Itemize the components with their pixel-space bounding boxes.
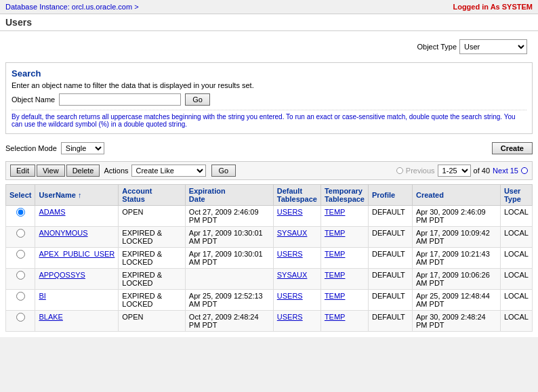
temp-tablespace-link[interactable]: TEMP [325, 250, 346, 258]
prev-circle-icon [396, 167, 403, 174]
search-title: Search [12, 68, 526, 79]
select-radio[interactable] [16, 208, 25, 217]
username-link[interactable]: BI [39, 292, 45, 300]
object-type-row: Object Type User Role Profile [5, 37, 533, 57]
search-hint: By default, the search returns all upper… [12, 110, 526, 128]
next-link[interactable]: Next 15 [493, 167, 518, 175]
object-name-input[interactable] [59, 93, 181, 106]
search-description: Enter an object name to filter the data … [12, 81, 526, 89]
temp-tablespace-link[interactable]: TEMP [325, 229, 346, 237]
page-title: Users [0, 14, 538, 31]
temp-tablespace-link[interactable]: TEMP [325, 313, 346, 321]
username-link[interactable]: APPQOSSYS [39, 271, 85, 279]
db-instance[interactable]: Database Instance: orcl.us.oracle.com > [5, 3, 139, 11]
username-link[interactable]: ANONYMOUS [39, 229, 87, 237]
object-type-select[interactable]: User Role Profile [459, 39, 527, 54]
db-instance-link[interactable]: Database Instance: orcl.us.oracle.com [5, 3, 132, 11]
search-go-button[interactable]: Go [185, 93, 210, 106]
select-cell [6, 290, 35, 311]
object-name-label: Object Name [12, 95, 55, 104]
temp-tablespace-cell: TEMP [320, 290, 368, 311]
default-tablespace-link[interactable]: SYSAUX [277, 229, 308, 237]
previous-label: Previous [406, 167, 435, 175]
expiration-date-cell [185, 269, 273, 290]
table-row: BIEXPIRED & LOCKEDApr 25, 2009 12:52:13 … [6, 290, 533, 311]
select-radio[interactable] [16, 313, 25, 322]
page-range-select[interactable]: 1-25 [438, 165, 471, 177]
selection-mode-label: Selection Mode [5, 144, 57, 152]
profile-cell: DEFAULT [368, 269, 412, 290]
temp-tablespace-cell: TEMP [320, 206, 368, 227]
select-cell [6, 311, 35, 332]
view-button[interactable]: View [37, 165, 65, 177]
actions-dropdown[interactable]: Create Like [131, 165, 206, 177]
actions-go-button[interactable]: Go [211, 165, 236, 177]
delete-button[interactable]: Delete [66, 165, 100, 177]
toolbar-row: Selection Mode Single Multiple Create [5, 139, 533, 157]
select-cell [6, 269, 35, 290]
temp-tablespace-link[interactable]: TEMP [325, 292, 346, 300]
temp-tablespace-cell: TEMP [320, 227, 368, 248]
username-cell: ANONYMOUS [35, 227, 119, 248]
users-table: Select UserName ↑ AccountStatus Expirati… [5, 184, 533, 332]
table-row: ANONYMOUSEXPIRED & LOCKEDApr 17, 2009 10… [6, 227, 533, 248]
user-type-cell: LOCAL [500, 206, 532, 227]
default-tablespace-link[interactable]: SYSAUX [277, 271, 308, 279]
col-header-default-tablespace[interactable]: DefaultTablespace [273, 185, 320, 206]
expiration-date-cell: Apr 25, 2009 12:52:13 AM PDT [185, 290, 273, 311]
col-header-expiration-date[interactable]: ExpirationDate [185, 185, 273, 206]
default-tablespace-link[interactable]: USERS [277, 313, 303, 321]
col-header-account-status[interactable]: AccountStatus [119, 185, 186, 206]
col-header-created[interactable]: Created [412, 185, 500, 206]
expiration-date-cell: Apr 17, 2009 10:30:01 AM PDT [185, 227, 273, 248]
account-status-cell: EXPIRED & LOCKED [119, 269, 186, 290]
edit-button[interactable]: Edit [10, 165, 35, 177]
temp-tablespace-cell: TEMP [320, 248, 368, 269]
select-cell [6, 248, 35, 269]
username-link[interactable]: ADAMS [39, 208, 65, 216]
username-link[interactable]: BLAKE [39, 313, 62, 321]
table-row: APPQOSSYSEXPIRED & LOCKEDSYSAUXTEMPDEFAU… [6, 269, 533, 290]
expiration-date-cell: Oct 27, 2009 2:48:24 PM PDT [185, 311, 273, 332]
table-row: APEX_PUBLIC_USEREXPIRED & LOCKEDApr 17, … [6, 248, 533, 269]
username-cell: BI [35, 290, 119, 311]
main-content: Object Type User Role Profile Search Ent… [0, 31, 538, 337]
actions-label: Actions [104, 167, 128, 175]
temp-tablespace-link[interactable]: TEMP [325, 208, 346, 216]
of-text: of 40 [474, 167, 490, 175]
col-header-select: Select [6, 185, 35, 206]
search-section: Search Enter an object name to filter th… [5, 62, 533, 134]
default-tablespace-cell: SYSAUX [273, 269, 320, 290]
default-tablespace-cell: USERS [273, 248, 320, 269]
select-radio[interactable] [16, 229, 25, 238]
pagination: Previous 1-25 of 40 Next 15 [396, 165, 528, 177]
select-cell [6, 227, 35, 248]
select-radio[interactable] [16, 250, 25, 259]
default-tablespace-cell: SYSAUX [273, 227, 320, 248]
col-header-username[interactable]: UserName ↑ [35, 185, 119, 206]
username-link[interactable]: APEX_PUBLIC_USER [39, 250, 115, 258]
account-status-cell: OPEN [119, 311, 186, 332]
create-button[interactable]: Create [492, 142, 533, 154]
default-tablespace-link[interactable]: USERS [277, 292, 303, 300]
next-circle-icon[interactable] [521, 167, 528, 174]
created-cell: Apr 17, 2009 10:09:42 AM PDT [412, 227, 500, 248]
username-cell: APEX_PUBLIC_USER [35, 248, 119, 269]
object-type-label: Object Type [417, 39, 457, 54]
col-header-user-type[interactable]: UserType [500, 185, 532, 206]
default-tablespace-link[interactable]: USERS [277, 250, 303, 258]
col-header-temp-tablespace[interactable]: TemporaryTablespace [320, 185, 368, 206]
account-status-cell: OPEN [119, 206, 186, 227]
select-radio[interactable] [16, 271, 25, 280]
selection-mode-row: Selection Mode Single Multiple [5, 142, 104, 154]
username-cell: BLAKE [35, 311, 119, 332]
temp-tablespace-link[interactable]: TEMP [325, 271, 346, 279]
select-radio[interactable] [16, 292, 25, 301]
created-cell: Apr 30, 2009 2:48:24 PM PDT [412, 311, 500, 332]
default-tablespace-link[interactable]: USERS [277, 208, 303, 216]
selection-mode-select[interactable]: Single Multiple [61, 142, 104, 154]
user-type-cell: LOCAL [500, 311, 532, 332]
expiration-date-cell: Apr 17, 2009 10:30:01 AM PDT [185, 248, 273, 269]
select-cell [6, 206, 35, 227]
col-header-profile[interactable]: Profile [368, 185, 412, 206]
